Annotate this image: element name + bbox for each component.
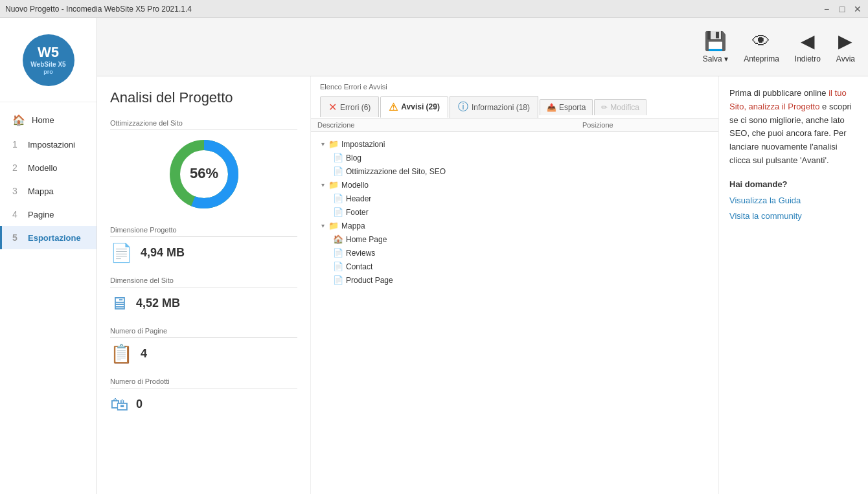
- page-icon-product: 📄: [333, 275, 343, 285]
- close-button[interactable]: ✕: [852, 4, 863, 14]
- numero-pagine-stat: 📋 4: [110, 343, 297, 365]
- sidebar-item-impostazioni[interactable]: 1 Impostazioni: [0, 133, 97, 156]
- dimensione-progetto-value: 4,94 MB: [141, 246, 185, 260]
- sidebar: W5 WebSite X5 pro 🏠 Home 1 Impostazioni …: [0, 18, 97, 494]
- page-icon-reviews: 📄: [333, 248, 343, 258]
- middle-panel: Elenco Errori e Avvisi ✕ Errori (6) ⚠ Av…: [311, 76, 719, 494]
- page-icon-contact: 📄: [333, 262, 343, 271]
- tab-informazioni-label: Informazioni (18): [472, 103, 530, 112]
- indietro-button[interactable]: ◀ Indietro: [795, 30, 821, 63]
- numero-pagine-section: Numero di Pagine 📋 4: [110, 327, 297, 365]
- main-area: 💾 Salva ▾ 👁 Anteprima ◀ Indietro ▶ Avvia…: [97, 18, 868, 494]
- avvia-icon: ▶: [838, 30, 852, 52]
- tree-item-blog[interactable]: 📄 Blog: [311, 151, 718, 164]
- salva-button[interactable]: 💾 Salva ▾: [703, 30, 728, 63]
- folder-icon-mappa: 📁: [328, 221, 339, 230]
- avvia-button[interactable]: ▶ Avvia: [836, 30, 855, 63]
- sidebar-logo: W5 WebSite X5 pro: [0, 18, 97, 102]
- expand-icon-mappa: ▾: [321, 222, 325, 229]
- nav-number-1: 1: [12, 139, 21, 150]
- sidebar-item-mappa[interactable]: 3 Mappa: [0, 179, 97, 203]
- toolbar: 💾 Salva ▾ 👁 Anteprima ◀ Indietro ▶ Avvia: [97, 18, 868, 76]
- tree-item-impostazioni[interactable]: ▾ 📁 Impostazioni: [311, 137, 718, 151]
- anteprima-button[interactable]: 👁 Anteprima: [744, 30, 779, 63]
- logo-ws: W5: [38, 44, 59, 61]
- logo-sub: pro: [43, 69, 53, 76]
- tree-item-modello[interactable]: ▾ 📁 Modello: [311, 178, 718, 192]
- tree-item-home-page[interactable]: 🏠 Home Page: [311, 232, 718, 246]
- visita-community-link[interactable]: Visita la community: [729, 210, 858, 223]
- tree-item-mappa[interactable]: ▾ 📁 Mappa: [311, 219, 718, 232]
- expand-icon: ▾: [321, 140, 325, 148]
- title-bar: Nuovo Progetto - Incomedia WebSite X5 Pr…: [0, 0, 868, 18]
- tree-item-header[interactable]: 📄 Header: [311, 192, 718, 205]
- tree-label-seo: Ottimizzazione del Sito, SEO: [346, 167, 446, 176]
- tree-label-blog: Blog: [346, 153, 361, 163]
- sidebar-item-esportazione[interactable]: 5 Esportazione: [0, 226, 97, 249]
- tree-label-product-page: Product Page: [346, 276, 393, 285]
- tree-header-posizione: Posizione: [582, 121, 712, 129]
- donut-svg: 56%: [165, 135, 243, 213]
- dimensione-progetto-section: Dimensione Progetto 📄 4,94 MB: [110, 226, 297, 264]
- tree-panel: ▾ 📁 Impostazioni 📄 Blog 📄 Ottimizzazione…: [311, 132, 718, 494]
- left-panel: Analisi del Progetto Ottimizzazione del …: [97, 76, 311, 494]
- tree-label-contact: Contact: [346, 262, 372, 271]
- salva-icon: 💾: [704, 30, 727, 52]
- tree-item-product-page[interactable]: 📄 Product Page: [311, 273, 718, 287]
- anteprima-icon: 👁: [752, 30, 770, 52]
- tree-item-footer[interactable]: 📄 Footer: [311, 205, 718, 219]
- nav-number-4: 4: [12, 209, 21, 219]
- numero-pagine-icon: 📋: [110, 343, 133, 365]
- sidebar-item-pagine[interactable]: 4 Pagine: [0, 203, 97, 226]
- sidebar-item-home[interactable]: 🏠 Home: [0, 107, 97, 133]
- numero-prodotti-icon: 🛍: [110, 394, 128, 415]
- ottimizzazione-label: Ottimizzazione del Sito: [110, 119, 297, 130]
- tree-item-ottimizzazione-seo[interactable]: 📄 Ottimizzazione del Sito, SEO: [311, 164, 718, 178]
- esporta-label: Esporta: [559, 103, 586, 112]
- tree-header-descrizione: Descrizione: [317, 121, 582, 129]
- expand-icon-modello: ▾: [321, 181, 325, 188]
- nav-number-2: 2: [12, 163, 21, 173]
- tree-item-reviews[interactable]: 📄 Reviews: [311, 246, 718, 260]
- folder-icon: 📁: [328, 139, 339, 149]
- modifica-button[interactable]: ✏ Modifica: [594, 99, 646, 115]
- numero-prodotti-stat: 🛍 0: [110, 394, 297, 415]
- tab-avvisi[interactable]: ⚠ Avvisi (29): [380, 96, 448, 118]
- errori-icon: ✕: [328, 101, 337, 113]
- sidebar-nav: 🏠 Home 1 Impostazioni 2 Modello 3 Mappa …: [0, 102, 97, 494]
- tab-informazioni[interactable]: ⓘ Informazioni (18): [450, 96, 538, 118]
- maximize-button[interactable]: □: [837, 4, 847, 14]
- tree-label-home-page: Home Page: [346, 235, 387, 244]
- donut-percent-text: 56%: [189, 165, 218, 181]
- content-area: Analisi del Progetto Ottimizzazione del …: [97, 76, 868, 494]
- avvisi-icon: ⚠: [389, 101, 398, 113]
- page-title: Analisi del Progetto: [110, 89, 297, 106]
- sidebar-item-modello[interactable]: 2 Modello: [0, 156, 97, 179]
- tree-label-header: Header: [346, 194, 371, 203]
- tab-errori-label: Errori (6): [340, 103, 371, 112]
- tree-item-contact[interactable]: 📄 Contact: [311, 260, 718, 273]
- domande-section: Hai domande? Visualizza la Guida Visita …: [729, 178, 858, 223]
- sidebar-item-label-home: Home: [32, 115, 54, 125]
- visualizza-guida-link[interactable]: Visualizza la Guida: [729, 194, 858, 208]
- esporta-button[interactable]: 📤 Esporta: [540, 99, 593, 115]
- modifica-icon: ✏: [601, 103, 608, 112]
- minimize-button[interactable]: −: [821, 4, 832, 14]
- informazioni-icon: ⓘ: [458, 100, 468, 114]
- sidebar-item-label-mappa: Mappa: [28, 186, 54, 196]
- anteprima-label: Anteprima: [744, 54, 779, 63]
- tab-errori[interactable]: ✕ Errori (6): [320, 96, 379, 117]
- title-bar-text: Nuovo Progetto - Incomedia WebSite X5 Pr…: [5, 5, 192, 14]
- dimensione-sito-icon: 🖥: [110, 293, 128, 314]
- tree-label-modello: Modello: [341, 181, 369, 190]
- dimensione-sito-section: Dimensione del Sito 🖥 4,52 MB: [110, 276, 297, 314]
- numero-prodotti-value: 0: [136, 398, 143, 411]
- nav-number-3: 3: [12, 186, 21, 196]
- numero-prodotti-section: Numero di Prodotti 🛍 0: [110, 377, 297, 415]
- dimensione-sito-stat: 🖥 4,52 MB: [110, 293, 297, 314]
- tree-label-footer: Footer: [346, 208, 369, 217]
- hai-domande-label: Hai domande?: [729, 178, 858, 192]
- dimensione-sito-label: Dimensione del Sito: [110, 276, 297, 287]
- tab-avvisi-label: Avvisi (29): [401, 102, 440, 111]
- sidebar-item-label-modello: Modello: [28, 163, 58, 173]
